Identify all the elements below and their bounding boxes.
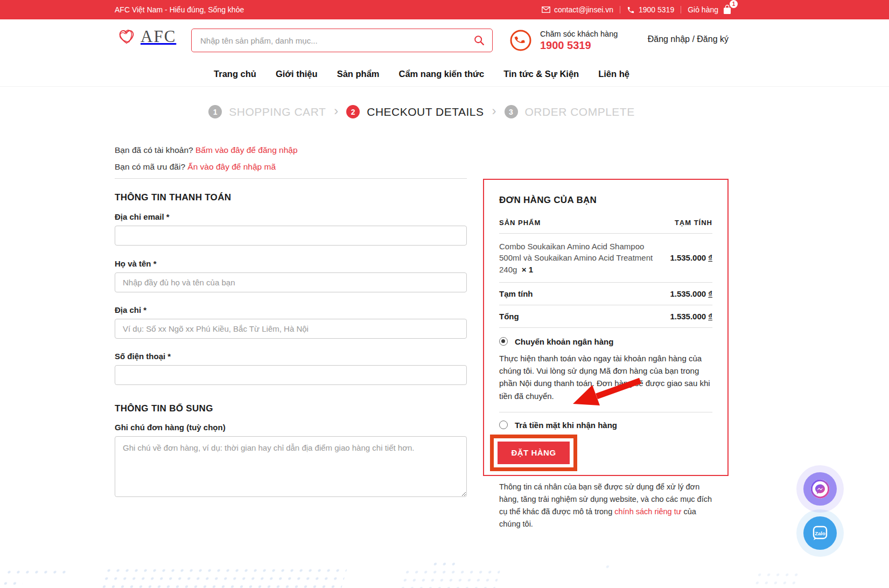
payment-option-bank-transfer[interactable]: Chuyển khoản ngân hàng — [499, 337, 712, 346]
order-line-item: Combo Soukaikan Amino Acid Shampoo 500ml… — [499, 234, 712, 283]
step-checkout-details[interactable]: 2 CHECKOUT DETAILS — [346, 105, 484, 118]
nav-item-about[interactable]: Giới thiệu — [276, 69, 318, 79]
site-tagline: AFC Việt Nam - Hiểu đúng, Sống khỏe — [115, 5, 244, 14]
additional-section-title: THÔNG TIN BỔ SUNG — [115, 403, 213, 414]
subtotal-row: Tạm tính 1.535.000 ₫ — [499, 283, 712, 305]
customer-care: Chăm sóc khách hàng 1900 5319 — [509, 29, 618, 52]
decorative-dots — [430, 560, 456, 568]
decorative-dots — [752, 571, 800, 587]
divider — [499, 412, 712, 412]
svg-text:Zalo: Zalo — [815, 530, 825, 536]
zalo-icon: Zalo — [810, 523, 830, 543]
chevron-right-icon: › — [492, 104, 496, 119]
cart-count-badge: 1 — [730, 0, 738, 8]
col-product: SẢN PHẨM — [499, 219, 541, 227]
decorative-dots — [602, 563, 614, 570]
header: AFC Chăm sóc khách hàng 1900 5319 Đăng n… — [0, 19, 889, 62]
subtotal-price: 1.535.000 ₫ — [670, 289, 712, 298]
nav-item-products[interactable]: Sản phẩm — [337, 69, 380, 79]
search-box — [191, 29, 493, 52]
login-register-link[interactable]: Đăng nhập / Đăng ký — [648, 34, 729, 44]
logo-text: AFC — [141, 27, 176, 46]
address-label: Địa chỉ * — [115, 305, 146, 314]
logo[interactable]: AFC — [115, 26, 176, 47]
divider — [115, 178, 467, 179]
phone-label: Số điện thoại * — [115, 352, 171, 361]
checkout-page: AFC Việt Nam - Hiểu đúng, Sống khỏe cont… — [0, 0, 889, 588]
nav-item-handbook[interactable]: Cẩm nang kiến thức — [398, 69, 484, 79]
nav-item-news[interactable]: Tin tức & Sự Kiện — [503, 69, 579, 79]
item-qty: × 1 — [522, 265, 533, 274]
checkout-steps: 1 SHOPPING CART › 2 CHECKOUT DETAILS › 3… — [115, 104, 729, 119]
decorative-dots — [398, 568, 501, 588]
decorative-dots — [99, 566, 347, 588]
coupon-notice-link[interactable]: Ấn vào đây để nhập mã — [187, 162, 276, 171]
phone-icon — [627, 6, 635, 14]
privacy-policy-link[interactable]: chính sách riêng tư — [614, 507, 681, 516]
fullname-label: Họ và tên * — [115, 259, 157, 268]
topbar-divider — [681, 6, 681, 13]
col-subtotal: TẠM TÍNH — [675, 219, 712, 227]
decorative-dots — [0, 579, 24, 587]
login-notice: Bạn đã có tài khoản? Bấm vào đây để đăng… — [115, 145, 298, 155]
place-order-button[interactable]: ĐẶT HÀNG — [498, 442, 570, 464]
step-order-complete[interactable]: 3 ORDER COMPLETE — [505, 105, 635, 118]
order-summary-panel: ĐƠN HÀNG CỦA BẠN SẢN PHẨM TẠM TÍNH Combo… — [483, 179, 729, 476]
address-field[interactable] — [115, 319, 467, 339]
search-input[interactable] — [192, 29, 466, 52]
decorative-dots — [3, 568, 70, 578]
step-shopping-cart[interactable]: 1 SHOPPING CART — [208, 105, 326, 118]
envelope-icon — [542, 6, 550, 13]
payment-option-cod[interactable]: Trả tiền mặt khi nhận hàng — [499, 421, 712, 430]
login-notice-link[interactable]: Bấm vào đây để đăng nhập — [195, 145, 298, 155]
annotation-highlight-box: ĐẶT HÀNG — [490, 435, 577, 471]
search-icon — [473, 34, 485, 46]
search-button[interactable] — [466, 29, 492, 52]
care-label: Chăm sóc khách hàng — [540, 30, 618, 38]
order-table-header: SẢN PHẨM TẠM TÍNH — [499, 219, 712, 234]
bank-transfer-description: Thực hiện thanh toán vào ngay tài khoản … — [499, 352, 712, 403]
total-label: Tổng — [499, 312, 519, 321]
privacy-notice: Thông tin cá nhân của bạn sẽ được sử dụn… — [499, 481, 712, 531]
main-nav: Trang chủ Giới thiệu Sản phẩm Cẩm nang k… — [0, 62, 889, 87]
order-panel-title: ĐƠN HÀNG CỦA BẠN — [499, 195, 712, 206]
phone-field[interactable] — [115, 365, 467, 385]
care-phone-number[interactable]: 1900 5319 — [540, 39, 618, 52]
email-label: Địa chỉ email * — [115, 212, 170, 221]
chevron-right-icon: › — [334, 104, 338, 119]
coupon-notice: Bạn có mã ưu đãi? Ấn vào đây để nhập mã — [115, 162, 276, 172]
email-field[interactable] — [115, 226, 467, 246]
fullname-field[interactable] — [115, 272, 467, 292]
messenger-icon — [809, 478, 831, 500]
item-price: 1.535.000 ₫ — [670, 253, 712, 262]
order-note-field[interactable] — [115, 436, 467, 497]
billing-section-title: THÔNG TIN THANH TOÁN — [115, 192, 231, 203]
order-note-label: Ghi chú đơn hàng (tuỳ chọn) — [115, 423, 226, 432]
topbar-phone-link[interactable]: 1900 5319 — [627, 5, 674, 14]
heart-logo-icon — [115, 26, 138, 47]
total-price: 1.535.000 ₫ — [670, 312, 712, 321]
radio-cod[interactable] — [499, 421, 508, 429]
topbar-divider — [620, 6, 620, 13]
messenger-chat-button[interactable] — [803, 472, 837, 506]
zalo-chat-button[interactable]: Zalo — [803, 516, 837, 550]
nav-item-home[interactable]: Trang chủ — [214, 69, 256, 79]
nav-item-contact[interactable]: Liên hệ — [598, 69, 629, 79]
topbar-email-link[interactable]: contact@jinsei.vn — [542, 5, 613, 14]
radio-bank-transfer[interactable] — [499, 337, 508, 346]
subtotal-label: Tạm tính — [499, 289, 533, 298]
cart-link[interactable]: Giỏ hàng 1 — [688, 4, 732, 15]
hotline-phone-icon — [509, 29, 533, 52]
total-row: Tổng 1.535.000 ₫ — [499, 305, 712, 328]
topbar: AFC Việt Nam - Hiểu đúng, Sống khỏe cont… — [0, 0, 889, 19]
